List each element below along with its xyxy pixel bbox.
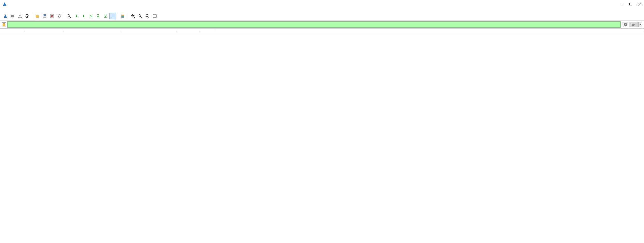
svg-point-16 bbox=[68, 15, 70, 17]
menu-help[interactable] bbox=[61, 9, 64, 10]
svg-rect-30 bbox=[121, 16, 124, 17]
filter-actions bbox=[622, 22, 642, 27]
menu-statistics[interactable] bbox=[38, 9, 41, 10]
resize-columns-button[interactable] bbox=[151, 13, 158, 19]
svg-point-9 bbox=[27, 16, 28, 17]
filter-dropdown-button[interactable] bbox=[638, 22, 642, 27]
svg-point-39 bbox=[146, 15, 148, 17]
menu-edit[interactable] bbox=[9, 9, 12, 10]
column-no[interactable] bbox=[0, 31, 25, 32]
zoom-in-button[interactable] bbox=[130, 13, 136, 19]
reload-button[interactable] bbox=[56, 13, 62, 19]
menubar bbox=[0, 8, 644, 12]
svg-marker-18 bbox=[75, 15, 77, 17]
menu-telephony[interactable] bbox=[44, 9, 47, 10]
window-controls bbox=[620, 2, 641, 6]
titlebar bbox=[0, 0, 644, 8]
svg-line-17 bbox=[70, 17, 71, 18]
filter-apply-button[interactable] bbox=[629, 22, 638, 27]
svg-line-40 bbox=[148, 17, 149, 18]
svg-rect-2 bbox=[630, 3, 632, 5]
svg-rect-29 bbox=[121, 15, 124, 16]
zoom-out-button[interactable] bbox=[137, 13, 144, 19]
save-file-button[interactable] bbox=[41, 13, 48, 19]
svg-marker-24 bbox=[105, 15, 106, 17]
svg-marker-22 bbox=[97, 15, 99, 17]
svg-rect-6 bbox=[11, 15, 14, 17]
filter-bookmark-button[interactable] bbox=[2, 22, 6, 27]
start-capture-button[interactable] bbox=[2, 13, 9, 19]
auto-scroll-button[interactable] bbox=[109, 13, 116, 19]
menu-wireless[interactable] bbox=[49, 9, 52, 10]
menu-view[interactable] bbox=[15, 9, 18, 10]
column-destination[interactable] bbox=[121, 31, 177, 32]
menu-go[interactable] bbox=[21, 9, 24, 10]
open-file-button[interactable] bbox=[34, 13, 41, 19]
svg-marker-20 bbox=[90, 15, 92, 17]
svg-line-37 bbox=[141, 17, 142, 18]
zoom-reset-button[interactable] bbox=[144, 13, 151, 19]
go-back-button[interactable] bbox=[73, 13, 80, 19]
svg-rect-11 bbox=[44, 14, 46, 16]
filter-clear-button[interactable] bbox=[622, 22, 628, 27]
display-filter-input[interactable] bbox=[7, 21, 621, 28]
toolbar-separator bbox=[32, 13, 32, 19]
go-last-button[interactable] bbox=[102, 13, 109, 19]
close-file-button[interactable] bbox=[48, 13, 55, 19]
svg-marker-0 bbox=[3, 2, 6, 6]
restart-capture-button[interactable] bbox=[17, 13, 23, 19]
find-packet-button[interactable] bbox=[66, 13, 73, 19]
menu-capture[interactable] bbox=[26, 9, 30, 10]
colorize-button[interactable] bbox=[119, 13, 126, 19]
app-window bbox=[0, 0, 644, 34]
svg-rect-41 bbox=[153, 15, 154, 17]
filter-bar bbox=[0, 21, 644, 28]
svg-marker-19 bbox=[83, 15, 85, 17]
stop-capture-button[interactable] bbox=[9, 13, 16, 19]
svg-rect-43 bbox=[155, 15, 156, 17]
svg-rect-42 bbox=[154, 15, 155, 17]
toolbar-separator bbox=[128, 13, 128, 19]
column-protocol[interactable] bbox=[177, 31, 200, 32]
menu-file[interactable] bbox=[4, 9, 7, 10]
toolbar-separator bbox=[64, 13, 64, 19]
go-first-button[interactable] bbox=[95, 13, 102, 19]
column-info[interactable] bbox=[215, 31, 644, 32]
svg-marker-5 bbox=[4, 14, 7, 18]
column-length[interactable] bbox=[200, 31, 215, 32]
capture-options-button[interactable] bbox=[24, 13, 31, 19]
svg-line-33 bbox=[133, 17, 135, 18]
packet-list-header bbox=[0, 28, 644, 34]
menu-tools[interactable] bbox=[55, 9, 58, 10]
go-to-packet-button[interactable] bbox=[88, 13, 94, 19]
svg-rect-31 bbox=[121, 17, 124, 18]
close-button[interactable] bbox=[638, 2, 641, 6]
column-time[interactable] bbox=[25, 31, 64, 32]
titlebar-left bbox=[3, 2, 8, 6]
toolbar-separator bbox=[118, 13, 118, 19]
minimize-button[interactable] bbox=[620, 2, 624, 6]
svg-rect-44 bbox=[3, 23, 5, 26]
go-forward-button[interactable] bbox=[80, 13, 87, 19]
app-icon bbox=[3, 2, 7, 6]
maximize-button[interactable] bbox=[629, 2, 633, 6]
menu-analyze[interactable] bbox=[32, 9, 35, 10]
toolbar bbox=[0, 12, 644, 21]
svg-marker-49 bbox=[639, 24, 641, 25]
svg-marker-48 bbox=[632, 24, 635, 26]
svg-marker-7 bbox=[18, 14, 22, 18]
column-source[interactable] bbox=[64, 31, 121, 32]
